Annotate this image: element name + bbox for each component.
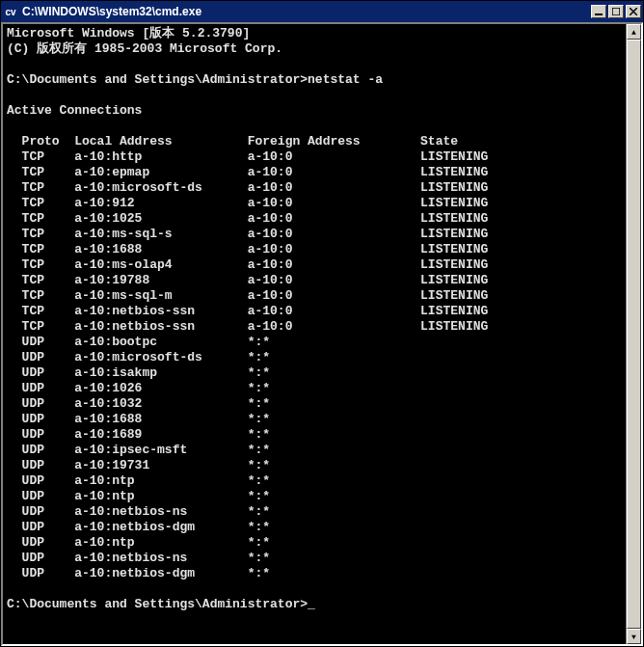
maximize-button[interactable] (608, 5, 624, 18)
svg-rect-1 (612, 8, 620, 15)
titlebar[interactable]: cv C:\WINDOWS\system32\cmd.exe (1, 1, 643, 22)
scroll-thumb[interactable] (627, 40, 641, 629)
scroll-down-button[interactable]: ▼ (627, 629, 641, 644)
terminal-output[interactable]: Microsoft Windows [版本 5.2.3790] (C) 版权所有… (3, 24, 626, 644)
system-menu-icon[interactable]: cv (3, 4, 18, 19)
scroll-up-button[interactable]: ▲ (627, 24, 641, 40)
scroll-track[interactable] (627, 40, 641, 629)
minimize-button[interactable] (591, 5, 606, 18)
window-title: C:\WINDOWS\system32\cmd.exe (22, 5, 591, 18)
vertical-scrollbar[interactable]: ▲ ▼ (626, 24, 641, 644)
client-area: Microsoft Windows [版本 5.2.3790] (C) 版权所有… (1, 22, 643, 646)
close-button[interactable] (626, 5, 641, 18)
cmd-window: cv C:\WINDOWS\system32\cmd.exe Microsoft… (0, 0, 644, 647)
svg-rect-0 (595, 13, 603, 15)
